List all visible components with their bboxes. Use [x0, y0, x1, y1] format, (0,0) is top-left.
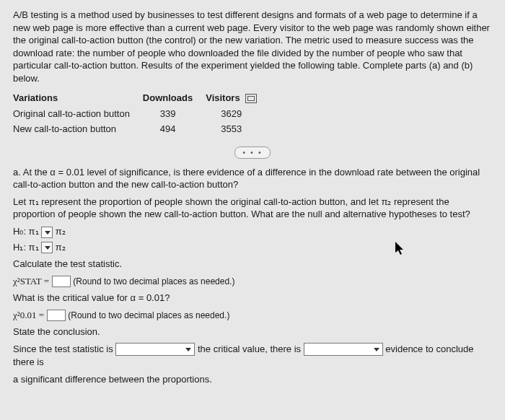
chi-stat-label: χ²STAT = — [13, 276, 49, 286]
ellipsis-pill[interactable]: • • • — [234, 146, 271, 159]
th-visitors: Visitors — [206, 90, 270, 106]
conclusion-tail: a significant difference between the pro… — [13, 373, 492, 386]
th-variations: Variations — [13, 90, 143, 106]
evidence-dropdown[interactable] — [304, 343, 383, 356]
round-note-1: (Round to two decimal places as needed.) — [73, 276, 234, 286]
crit-question: What is the critical value for α = 0.01? — [13, 292, 492, 305]
definitions: Let π₁ represent the proportion of peopl… — [13, 196, 492, 221]
h1-row: H₁: π₁ π₂ — [13, 241, 492, 254]
compare-dropdown[interactable] — [115, 343, 195, 356]
table-row: Original call-to-action button 339 3629 — [13, 106, 270, 122]
round-note-2: (Round to two decimal places as needed.) — [68, 310, 229, 320]
conclusion-sentence: Since the test statistic is the critical… — [13, 343, 492, 369]
chi-crit-input[interactable] — [47, 310, 66, 321]
question-a: a. At the α = 0.01 level of significance… — [13, 166, 492, 191]
table-row: New call-to-action button 494 3553 — [13, 121, 270, 137]
th-downloads: Downloads — [143, 90, 206, 106]
h0-relation-dropdown[interactable] — [41, 227, 53, 238]
chi-stat-input[interactable] — [52, 276, 71, 287]
intro-paragraph: A/B testing is a method used by business… — [13, 9, 492, 84]
calc-label: Calculate the test statistic. — [13, 258, 492, 271]
popup-icon[interactable] — [245, 94, 257, 103]
data-table: Variations Downloads Visitors Original c… — [13, 90, 492, 137]
h1-relation-dropdown[interactable] — [41, 242, 53, 253]
state-label: State the conclusion. — [13, 325, 492, 338]
h0-row: H₀: π₁ π₂ — [13, 225, 492, 238]
chi-crit-label: χ²0.01 = — [13, 310, 44, 320]
